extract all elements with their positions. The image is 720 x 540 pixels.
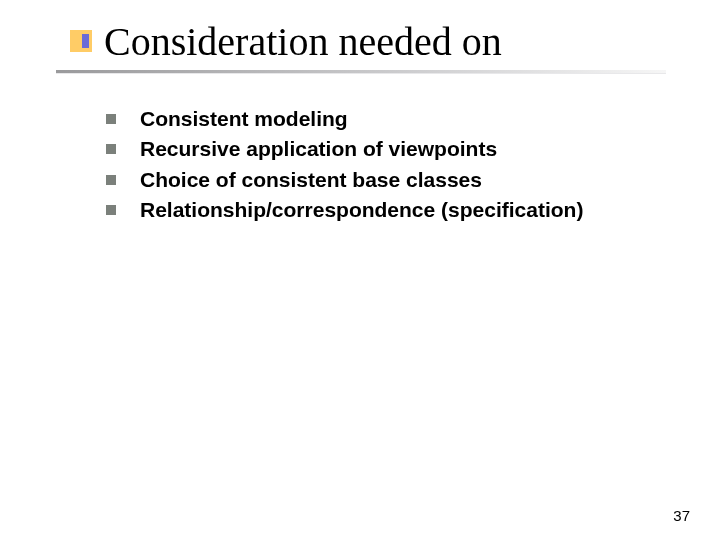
list-item: Relationship/correspondence (specificati… bbox=[106, 197, 666, 223]
list-item: Choice of consistent base classes bbox=[106, 167, 666, 193]
page-number: 37 bbox=[673, 507, 690, 524]
bullet-icon bbox=[106, 114, 116, 124]
bullet-text: Relationship/correspondence (specificati… bbox=[140, 197, 583, 223]
bullet-icon bbox=[106, 175, 116, 185]
bullet-text: Consistent modeling bbox=[140, 106, 348, 132]
list-item: Recursive application of viewpoints bbox=[106, 136, 666, 162]
bullet-icon bbox=[106, 144, 116, 154]
accent-stripe-icon bbox=[82, 34, 89, 48]
list-item: Consistent modeling bbox=[106, 106, 666, 132]
bullet-icon bbox=[106, 205, 116, 215]
slide-title: Consideration needed on bbox=[104, 18, 502, 65]
title-underline bbox=[56, 70, 666, 73]
bullet-list: Consistent modeling Recursive applicatio… bbox=[106, 106, 666, 227]
bullet-text: Choice of consistent base classes bbox=[140, 167, 482, 193]
bullet-text: Recursive application of viewpoints bbox=[140, 136, 497, 162]
